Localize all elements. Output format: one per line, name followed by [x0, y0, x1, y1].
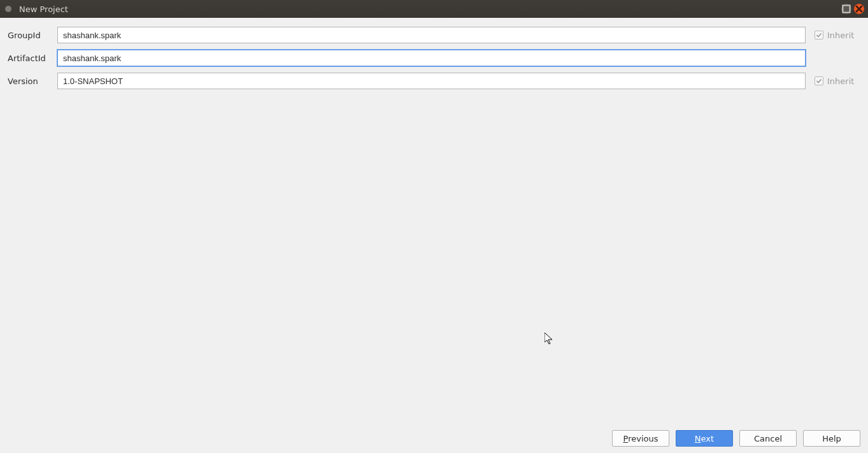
- next-button[interactable]: Next: [676, 430, 733, 447]
- group-id-input-wrap: [57, 27, 806, 43]
- title-bar: New Project: [0, 0, 868, 18]
- cancel-button[interactable]: Cancel: [739, 430, 797, 447]
- row-group-id: GroupId Inherit: [8, 27, 860, 43]
- group-id-inherit: Inherit: [815, 31, 860, 40]
- checkbox-checked-icon: [815, 76, 823, 85]
- minimize-restore-icon[interactable]: [841, 4, 851, 14]
- window-title: New Project: [19, 4, 68, 14]
- version-inherit: Inherit: [815, 76, 860, 86]
- checkbox-checked-icon: [815, 31, 823, 40]
- app-icon: [5, 6, 11, 12]
- artifact-id-input-wrap: [57, 50, 806, 66]
- row-version: Version Inherit: [8, 73, 860, 89]
- button-bar: Previous Next Cancel Help: [0, 424, 868, 453]
- form-area: GroupId Inherit ArtifactId Version In: [0, 18, 868, 424]
- artifact-id-label: ArtifactId: [8, 54, 57, 63]
- inherit-label: Inherit: [827, 31, 854, 40]
- version-label: Version: [8, 76, 57, 86]
- group-id-input[interactable]: [57, 27, 806, 43]
- group-id-label: GroupId: [8, 31, 57, 40]
- svg-rect-0: [843, 5, 850, 12]
- previous-button[interactable]: Previous: [612, 430, 669, 447]
- artifact-id-input[interactable]: [57, 50, 806, 66]
- help-button[interactable]: Help: [803, 430, 860, 447]
- row-artifact-id: ArtifactId: [8, 50, 860, 66]
- version-input[interactable]: [57, 73, 806, 89]
- version-input-wrap: [57, 73, 806, 89]
- close-icon[interactable]: [854, 4, 864, 14]
- inherit-label: Inherit: [827, 76, 854, 86]
- window-controls: [841, 4, 864, 14]
